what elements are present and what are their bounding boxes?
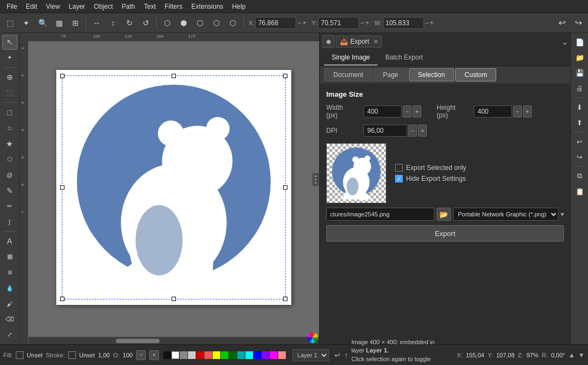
fr-undo[interactable]: ↩ [573,134,587,149]
height-input[interactable] [474,105,512,117]
toolbar-align-bottom[interactable]: ⬡ [225,15,240,31]
tool-mesh[interactable]: ⊞ [2,265,17,280]
tool-select[interactable]: ↖ [2,35,17,50]
tool-spiral[interactable]: @ [2,168,17,182]
dpi-input[interactable] [363,125,407,137]
menu-edit[interactable]: Edit [21,2,42,11]
pal-teal[interactable] [237,351,245,359]
fr-open[interactable]: 📁 [573,50,587,64]
pal-green[interactable] [229,351,237,359]
width-minus[interactable]: − [403,105,411,117]
tool-text[interactable]: A [2,234,17,249]
pal-purple[interactable] [262,351,269,359]
tool-gradient[interactable]: ▦ [2,250,17,264]
fr-copy[interactable]: ⧉ [573,169,587,183]
pal-pink[interactable] [278,351,286,359]
tool-connector[interactable]: ⤢ [2,328,17,343]
tab-batch-export[interactable]: Batch Export [378,50,431,66]
y-minus[interactable]: − [360,19,364,27]
toolbar-align-center[interactable]: ⬢ [176,15,191,31]
layer-up[interactable]: ↑ [344,351,348,360]
fr-paste[interactable]: 📋 [573,184,587,198]
fr-export[interactable]: ⬆ [573,115,587,129]
toolbar-align-left[interactable]: ⬡ [160,15,175,31]
pal-yellow[interactable] [213,351,220,359]
tool-measure[interactable]: ⬛ [2,86,17,101]
menu-text[interactable]: Text [139,2,160,11]
status-up-btn[interactable]: ▲ [568,351,575,359]
menu-filters[interactable]: Filters [160,2,187,11]
toolbar-align-top[interactable]: ⬡ [209,15,224,31]
tab-document[interactable]: Document [324,68,373,81]
toolbar-select[interactable]: ⬚ [2,15,17,31]
fr-print[interactable]: 🖨 [573,81,587,95]
tool-pen[interactable]: ✎ [2,183,17,198]
menu-help[interactable]: Help [228,2,250,11]
panel-dropdown-btn[interactable]: ⌄ [561,37,568,47]
toolbar-rotate-cw[interactable]: ↻ [122,15,137,31]
toolbar-flip-v[interactable]: ↕ [105,15,121,31]
pal-cyan[interactable] [245,351,253,359]
pal-white[interactable] [172,351,179,359]
tool-star[interactable]: ★ [2,136,17,151]
toolbar-flip-h[interactable]: ↔ [89,15,104,31]
pal-silver[interactable] [188,351,196,359]
hide-settings-checkbox[interactable]: Hide Export Settings [395,175,466,182]
x-plus[interactable]: + [302,19,306,27]
tool-rect[interactable]: □ [2,105,17,120]
tool-calligraphy[interactable]: ∫ [2,214,17,229]
width-input[interactable] [363,105,402,117]
tool-pencil[interactable]: ✏ [2,199,17,214]
toolbar-node[interactable]: ✦ [19,15,34,31]
pal-black[interactable] [163,351,171,359]
fr-redo[interactable]: ↪ [573,150,587,164]
panel-icon-xml[interactable]: ⬢ [322,35,335,48]
toolbar-undo[interactable]: ↩ [554,15,569,31]
w-plus[interactable]: + [430,19,434,27]
menu-object[interactable]: Object [90,2,117,11]
w-input[interactable] [383,17,424,29]
pal-orange[interactable] [204,351,212,359]
export-selected-checkbox[interactable]: Export Selected only [395,164,466,172]
dpi-minus[interactable]: − [408,125,417,137]
export-close-btn[interactable]: × [374,37,378,46]
panel-collapse-dots[interactable] [312,173,319,186]
toolbar-rotate-ccw[interactable]: ↺ [138,15,154,31]
pal-blue[interactable] [254,351,261,359]
file-browse-btn[interactable]: 📂 [437,208,451,221]
layer-enter[interactable]: ↵ [334,351,341,360]
menu-layer[interactable]: Layer [64,2,90,11]
y-input[interactable] [318,17,359,29]
dpi-plus[interactable]: + [418,125,427,137]
layer-select[interactable]: Layer 1 [292,349,329,361]
tool-dropper[interactable]: 💧 [2,281,17,296]
height-minus[interactable]: − [513,105,522,117]
toolbar-zoom[interactable]: 🔍 [35,15,50,31]
format-select[interactable]: Portable Network Graphic (*.png) JPEG (*… [453,208,558,221]
fr-new-doc[interactable]: 📄 [573,35,587,49]
pal-gray[interactable] [180,351,187,359]
menu-file[interactable]: File [2,2,21,11]
w-minus[interactable]: − [425,19,429,27]
tool-eraser[interactable]: ⌫ [2,312,17,327]
tool-paint[interactable]: 🖌 [2,296,17,311]
height-plus[interactable]: + [523,105,532,117]
tool-circle[interactable]: ○ [2,121,17,136]
toolbar-redo[interactable]: ↪ [571,15,586,31]
canvas-content[interactable] [28,42,319,333]
file-path-input[interactable] [326,208,434,221]
pal-red[interactable] [196,351,204,359]
toolbar-group[interactable]: ▦ [51,15,67,31]
scroll-thumb-h[interactable] [116,339,160,343]
scrollbar-h[interactable] [28,337,319,344]
y-plus[interactable]: + [365,19,369,27]
cb-hide-settings[interactable] [395,175,403,182]
tab-single-image[interactable]: Single Image [324,50,378,66]
color-picker-icon[interactable] [307,332,318,343]
toolbar-align-right[interactable]: ⬡ [192,15,208,31]
export-button[interactable]: Export [326,225,564,242]
toolbar-ungroup[interactable]: ⊞ [68,15,83,31]
tool-zoom[interactable]: ⊕ [2,70,17,85]
fr-import[interactable]: ⬇ [573,100,587,114]
menu-view[interactable]: View [42,2,64,11]
